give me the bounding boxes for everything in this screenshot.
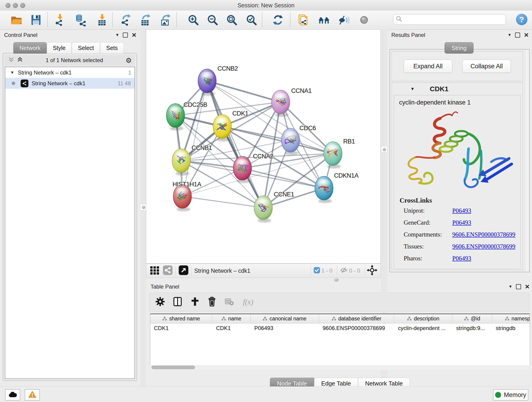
crosslink-row: Uniprot: P06493	[404, 207, 518, 216]
panel-menu-icon[interactable]: ▼	[508, 284, 512, 289]
collapse-all-button[interactable]: Collapse All	[462, 60, 511, 73]
column-header: description	[394, 314, 452, 323]
add-column-icon[interactable]	[191, 297, 199, 307]
string-network-icon	[21, 80, 28, 87]
help-icon[interactable]: ?	[516, 14, 527, 25]
export-image-icon[interactable]	[159, 13, 172, 27]
crosslinks-title: CrossLinks	[399, 197, 432, 204]
memory-status-dot	[495, 392, 501, 398]
hide-panel-icon[interactable]	[337, 13, 351, 27]
collection-expander-icon[interactable]: ▼	[10, 70, 14, 75]
window-title: Session: New Session	[0, 2, 532, 9]
expand-all-button[interactable]: Expand All	[404, 60, 452, 73]
import-network-file-icon[interactable]	[53, 13, 66, 27]
panel-float-icon[interactable]	[516, 284, 521, 289]
tab-style[interactable]: Style	[47, 42, 72, 54]
zoom-out-icon[interactable]	[206, 13, 219, 27]
network-options-gear-icon[interactable]: ⚙	[126, 56, 132, 64]
network-collection-row[interactable]: ▼ String Network – cdk1 1	[5, 67, 134, 78]
string-network-graph[interactable]: CCNB2CCNA1CDC25BCDK1CDC6RB1CCNB1CCNA2CDK…	[146, 30, 380, 263]
scrollbar-thumb[interactable]	[152, 366, 195, 369]
network-node-CDKN1A: CDKN1A	[315, 172, 359, 203]
column-header: canonical name	[251, 314, 319, 323]
import-table-file-icon[interactable]	[95, 13, 109, 27]
zoom-fit-icon[interactable]	[225, 13, 238, 27]
control-panel: Control Panel ▼ ✕ Network Style Select S…	[0, 29, 140, 386]
selected-checkbox-icon	[314, 267, 320, 274]
uniprot-link[interactable]: P06493	[452, 207, 471, 216]
home-icon[interactable]	[317, 13, 331, 27]
column-header: database identifier	[319, 314, 394, 323]
svg-text:HIST1H1A: HIST1H1A	[172, 181, 201, 188]
open-session-icon[interactable]	[10, 13, 23, 27]
panel-menu-icon[interactable]: ▼	[507, 33, 511, 37]
tab-sets[interactable]: Sets	[100, 42, 124, 54]
node-result-header[interactable]: ▼ CDK1	[393, 83, 522, 95]
pharos-link[interactable]: P06493	[452, 255, 471, 264]
current-network-dot-icon	[12, 82, 15, 85]
show-columns-icon[interactable]	[173, 297, 182, 307]
search-input[interactable]	[403, 16, 500, 23]
tab-network[interactable]: Network	[13, 42, 47, 54]
column-header: namespace	[492, 314, 530, 323]
hidden-eye-icon	[340, 266, 348, 275]
apply-layout-icon[interactable]	[271, 13, 285, 27]
cloud-status-button[interactable]	[5, 389, 20, 401]
panel-float-icon[interactable]	[123, 32, 128, 38]
bottom-splitter-handle[interactable]	[334, 278, 339, 282]
network-edge-count: 48	[125, 80, 131, 87]
network-node-HIST1H1A: HIST1H1A	[172, 181, 201, 211]
panel-float-icon[interactable]	[515, 32, 520, 38]
toolbar-separator	[262, 12, 262, 27]
genecard-link[interactable]: P06493	[452, 219, 471, 228]
right-splitter-handle[interactable]	[381, 146, 387, 153]
table-settings-gear-icon[interactable]	[155, 297, 165, 307]
warning-icon	[28, 391, 36, 399]
memory-button[interactable]: Memory	[493, 389, 528, 401]
table-row[interactable]: CDK1 CDK1 P06493 9606.ENSP00000378699 cy…	[150, 323, 530, 333]
delete-column-icon[interactable]	[208, 297, 216, 307]
network-row[interactable]: String Network – cdk1 11 48	[5, 78, 134, 89]
results-scrollbar[interactable]	[525, 50, 529, 271]
panel-close-icon[interactable]: ✕	[524, 33, 529, 37]
network-node-RB1: RB1	[324, 138, 355, 168]
left-splitter[interactable]	[140, 29, 146, 386]
entry-expander-icon[interactable]: ▼	[410, 86, 415, 91]
svg-text:RB1: RB1	[343, 138, 355, 145]
string-view-icon[interactable]	[163, 265, 173, 276]
network-view-canvas[interactable]: CCNB2CCNA1CDC25BCDK1CDC6RB1CCNB1CCNA2CDK…	[146, 29, 381, 264]
tab-string[interactable]: String	[444, 42, 474, 54]
table-horizontal-scrollbar[interactable]	[150, 365, 530, 370]
network-node-CCNB2: CCNB2	[198, 65, 238, 96]
import-network-database-icon[interactable]	[74, 13, 87, 27]
network-view-title: String Network – cdk1	[194, 268, 250, 274]
warning-status-button[interactable]	[25, 389, 40, 401]
network-view-toolbar: String Network – cdk1 1 - 0 0 - 0	[146, 264, 381, 278]
table-panel-title: Table Panel	[151, 283, 179, 290]
expand-all-networks-icon[interactable]	[17, 56, 23, 64]
pan-crosshair-icon[interactable]	[367, 265, 377, 276]
panel-close-icon[interactable]: ✕	[525, 284, 530, 289]
table-toolbar: f(x)	[149, 293, 530, 312]
panel-close-icon[interactable]: ✕	[132, 33, 137, 37]
collapse-all-networks-icon[interactable]	[8, 56, 14, 64]
collection-label: String Network – cdk1	[18, 70, 72, 76]
save-session-icon[interactable]	[29, 13, 43, 27]
export-network-icon[interactable]	[119, 13, 133, 27]
document-network-icon[interactable]	[297, 13, 310, 27]
export-table-icon[interactable]	[139, 13, 152, 27]
selected-count-badge: 1 - 0	[322, 268, 332, 274]
birdseye-grid-icon[interactable]	[150, 265, 159, 276]
network-selection-status: 1 of 1 Network selected	[23, 57, 126, 64]
node-table[interactable]: shared name name canonical name database…	[150, 313, 530, 365]
detach-view-icon[interactable]	[178, 265, 189, 276]
zoom-in-icon[interactable]	[186, 13, 200, 27]
search-field[interactable]	[393, 14, 506, 25]
panel-menu-icon[interactable]: ▼	[115, 33, 119, 37]
compartments-link[interactable]: 9606.ENSP00000378699	[452, 231, 515, 240]
tissues-link[interactable]: 9606.ENSP00000378699	[452, 243, 515, 252]
tab-select[interactable]: Select	[72, 42, 100, 54]
entry-gene-name: CDK1	[430, 85, 449, 93]
zoom-selected-icon[interactable]	[245, 13, 258, 27]
left-splitter-handle[interactable]	[140, 204, 147, 211]
